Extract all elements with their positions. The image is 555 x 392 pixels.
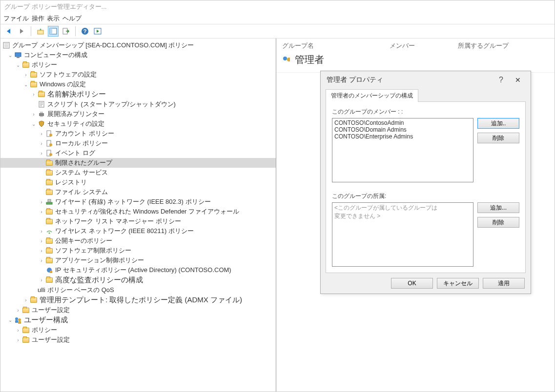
- belong-listbox[interactable]: <このグループが属しているグループは 変更できません >: [332, 202, 473, 267]
- window-title: グループ ポリシー管理エディター...: [0, 0, 555, 13]
- remove-member-button[interactable]: 削除: [477, 133, 519, 143]
- chevron-right-icon[interactable]: ›: [30, 92, 38, 97]
- export-icon[interactable]: [61, 26, 71, 37]
- cancel-button[interactable]: キャンセル: [437, 278, 479, 289]
- chevron-right-icon[interactable]: ›: [38, 151, 45, 156]
- tree-wireless[interactable]: ›ワイヤレス ネットワーク (IEEE 80211) ポリシー: [0, 226, 276, 236]
- svg-rect-27: [50, 271, 52, 273]
- column-group-name[interactable]: グループ名: [282, 41, 390, 50]
- chevron-right-icon[interactable]: ›: [22, 297, 30, 303]
- ipsec-icon: [45, 266, 53, 274]
- tree-printers[interactable]: ›展開済みプリンター: [0, 109, 276, 119]
- chevron-right-icon[interactable]: ›: [38, 131, 45, 137]
- folder-lock-icon: [45, 159, 53, 167]
- list-item[interactable]: CONTOSO\Domain Admins: [334, 126, 471, 133]
- list-item[interactable]: CONTOSO\ContosoAdmin: [334, 119, 471, 126]
- tree-wired[interactable]: ›ワイヤード (有線) ネットワーク (IEEE 802.3) ポリシー: [0, 197, 276, 207]
- tree-account-pol[interactable]: ›アカウント ポリシー: [0, 129, 276, 138]
- tree-local-pol[interactable]: ›ローカル ポリシー: [0, 138, 276, 148]
- apply-button[interactable]: 適用: [483, 278, 525, 289]
- dialog-close-icon[interactable]: ✕: [511, 75, 525, 85]
- forward-icon[interactable]: [16, 26, 27, 37]
- menu-help[interactable]: ヘルプ: [62, 15, 82, 22]
- chevron-right-icon[interactable]: ›: [14, 337, 22, 343]
- tree-label: コンピューターの構成: [24, 51, 87, 59]
- chevron-right-icon[interactable]: ›: [38, 209, 45, 215]
- help-icon[interactable]: ?: [80, 26, 90, 37]
- tree-label: 展開済みプリンター: [47, 110, 104, 118]
- chevron-right-icon[interactable]: ›: [38, 277, 45, 283]
- tree-label: 公開キーのポリシー: [55, 236, 112, 245]
- chevron-down-icon[interactable]: ⌄: [6, 317, 14, 323]
- right-pane: グループ名 メンバー 所属するグループ 管理者 管理者 プロパティ ? ✕ 管理…: [276, 39, 555, 392]
- up-icon[interactable]: [35, 26, 46, 37]
- tree-user-settings1[interactable]: ›ユーザー設定: [0, 305, 276, 315]
- column-member[interactable]: メンバー: [390, 41, 458, 50]
- members-listbox[interactable]: CONTOSO\ContosoAdmin CONTOSO\Domain Admi…: [332, 118, 473, 182]
- tree-system-svc[interactable]: システム サービス: [0, 168, 276, 177]
- tree-computer-config[interactable]: ⌄コンピューターの構成: [0, 50, 276, 60]
- tree-restricted-groups[interactable]: 制限されたグループ: [0, 158, 276, 168]
- tree-admx[interactable]: ›管理用テンプレート: 取得したポリシー定義 (ADMX ファイル): [0, 295, 276, 305]
- ok-button[interactable]: OK: [391, 278, 433, 289]
- tree-sw-settings[interactable]: ›ソフトウェアの設定: [0, 70, 276, 79]
- chevron-down-icon[interactable]: ⌄: [6, 53, 14, 58]
- tree-filesystem[interactable]: ファイル システム: [0, 187, 276, 197]
- tree-policies[interactable]: ⌄ポリシー: [0, 60, 276, 70]
- tree-user-settings2[interactable]: ›ユーザー設定: [0, 335, 276, 345]
- tree-user-config[interactable]: ⌄ユーザー構成: [0, 315, 276, 325]
- chevron-down-icon[interactable]: ⌄: [14, 62, 22, 68]
- menu-file[interactable]: ファイル: [3, 15, 29, 22]
- chevron-right-icon[interactable]: ›: [22, 72, 30, 78]
- column-belong[interactable]: 所属するグループ: [458, 41, 549, 50]
- add-member-button[interactable]: 追加..: [477, 118, 519, 129]
- tree-root[interactable]: グループ メンバーシップ [SEA-DC1.CONTOSO.COM] ポリシー: [0, 40, 276, 50]
- chevron-right-icon[interactable]: ›: [14, 328, 22, 333]
- tree-win-settings[interactable]: ⌄Windows の設定: [0, 79, 276, 89]
- side-panel-icon[interactable]: [48, 26, 59, 37]
- folder-icon: [22, 326, 30, 334]
- list-item[interactable]: CONTOSO\Enterprise Admins: [334, 133, 471, 140]
- chevron-right-icon[interactable]: ›: [30, 112, 38, 117]
- tree-adv-audit[interactable]: ›高度な監査ポリシーの構成: [0, 275, 276, 285]
- tree-registry[interactable]: レジストリ: [0, 177, 276, 187]
- chevron-right-icon[interactable]: ›: [38, 238, 45, 244]
- play-icon[interactable]: [92, 26, 103, 37]
- tree-event-log[interactable]: ›イベント ログ: [0, 148, 276, 158]
- tree-qos[interactable]: ulli ポリシー ベースの QoS: [0, 285, 276, 295]
- dialog-tab[interactable]: 管理者のメンバーシップの構成: [326, 89, 418, 102]
- folder-icon: [22, 336, 30, 344]
- tree-label: セキュリティが強化された Windows Defender ファイアウォール: [55, 207, 239, 216]
- tree-label: イベント ログ: [55, 149, 95, 157]
- menu-view[interactable]: 表示: [47, 15, 60, 22]
- chevron-right-icon[interactable]: ›: [38, 258, 45, 263]
- back-icon[interactable]: [3, 26, 14, 37]
- chevron-right-icon[interactable]: ›: [38, 248, 45, 254]
- tree-app-ctrl[interactable]: ›アプリケーション制御ポリシー: [0, 255, 276, 265]
- tree-ipsec[interactable]: IP セキュリティポリシー (Active Directory) (CONTOS…: [0, 265, 276, 275]
- chevron-right-icon[interactable]: ›: [38, 229, 45, 234]
- tree-label: 名前解決ポリシー: [47, 90, 106, 99]
- tree-label: IP セキュリティポリシー (Active Directory) (CONTOS…: [55, 266, 231, 274]
- tree-scripts[interactable]: スクリプト (スタートアップ/シャットダウン): [0, 99, 276, 109]
- tree-pane: グループ メンバーシップ [SEA-DC1.CONTOSO.COM] ポリシー …: [0, 39, 276, 392]
- menu-action[interactable]: 操作: [32, 15, 44, 22]
- tree-pubkey[interactable]: ›公開キーのポリシー: [0, 236, 276, 246]
- chevron-right-icon[interactable]: ›: [38, 141, 45, 146]
- dialog-help-icon[interactable]: ?: [499, 76, 503, 84]
- tree-label: 制限されたグループ: [55, 158, 112, 167]
- tree-defender[interactable]: ›セキュリティが強化された Windows Defender ファイアウォール: [0, 207, 276, 216]
- tree-label: ワイヤード (有線) ネットワーク (IEEE 802.3) ポリシー: [55, 197, 211, 206]
- tree-name-res[interactable]: ›名前解決ポリシー: [0, 89, 276, 99]
- chevron-right-icon[interactable]: ›: [14, 308, 22, 313]
- tree-nlm[interactable]: ネットワーク リスト マネージャー ポリシー: [0, 216, 276, 226]
- remove-belong-button[interactable]: 削除: [477, 217, 519, 228]
- add-belong-button[interactable]: 追加...: [477, 202, 519, 213]
- chevron-down-icon[interactable]: ⌄: [22, 82, 30, 87]
- tree-policies2[interactable]: ›ポリシー: [0, 325, 276, 335]
- chevron-right-icon[interactable]: ›: [38, 199, 45, 205]
- tree-label: スクリプト (スタートアップ/シャットダウン): [47, 100, 176, 109]
- tree-sw-restrict[interactable]: ›ソフトウェア制限ポリシー: [0, 246, 276, 255]
- tree-security[interactable]: ⌄セキュリティの設定: [0, 119, 276, 129]
- chevron-down-icon[interactable]: ⌄: [30, 121, 38, 127]
